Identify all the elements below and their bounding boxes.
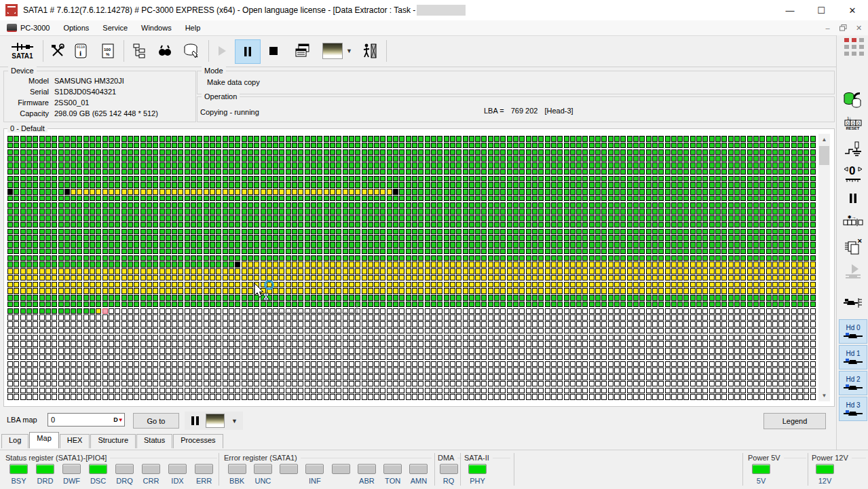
map-cell-read-ok[interactable] (20, 189, 26, 195)
map-cell-read-ok[interactable] (564, 209, 569, 215)
map-cell-unprocessed[interactable] (140, 341, 146, 347)
map-cell-read-ok[interactable] (785, 143, 790, 149)
map-cell-read-ok[interactable] (178, 302, 183, 308)
map-cell-read-ok[interactable] (500, 143, 506, 149)
map-cell-unprocessed[interactable] (178, 308, 183, 314)
map-cell-unprocessed[interactable] (595, 314, 601, 321)
map-cell-read-ok[interactable] (412, 196, 417, 202)
map-cell-unprocessed[interactable] (747, 348, 753, 354)
map-cell-read-ok[interactable] (570, 215, 575, 221)
map-cell-unprocessed[interactable] (488, 321, 493, 327)
scroll-down-button[interactable]: ▼ (818, 390, 830, 401)
map-cell-slow-read[interactable] (305, 189, 310, 195)
map-cell-slow-read[interactable] (324, 282, 329, 288)
map-cell-read-ok[interactable] (172, 162, 177, 168)
map-cell-read-ok[interactable] (330, 182, 335, 188)
map-cell-read-ok[interactable] (178, 295, 183, 301)
map-cell-read-ok[interactable] (797, 149, 803, 156)
map-cell-read-ok[interactable] (437, 196, 442, 202)
map-cell-read-ok[interactable] (564, 222, 569, 228)
map-cell-unprocessed[interactable] (804, 367, 809, 374)
map-cell-unprocessed[interactable] (349, 341, 354, 347)
map-cell-read-ok[interactable] (646, 302, 652, 308)
map-cell-read-ok[interactable] (254, 136, 259, 142)
map-cell-read-ok[interactable] (671, 302, 677, 308)
map-cell-unprocessed[interactable] (463, 348, 468, 354)
map-cell-slow-read[interactable] (191, 288, 196, 294)
map-cell-read-ok[interactable] (83, 249, 89, 255)
map-cell-unprocessed[interactable] (134, 341, 139, 347)
map-cell-unprocessed[interactable] (14, 394, 19, 400)
map-cell-read-ok[interactable] (166, 136, 171, 142)
map-cell-read-ok[interactable] (159, 222, 165, 228)
map-cell-slow-read[interactable] (380, 189, 385, 195)
map-cell-read-ok[interactable] (58, 229, 64, 235)
map-cell-read-ok[interactable] (96, 302, 101, 308)
map-cell-read-ok[interactable] (677, 222, 683, 228)
map-cell-unprocessed[interactable] (494, 394, 499, 400)
map-cell-unprocessed[interactable] (254, 308, 259, 314)
map-cell-unprocessed[interactable] (627, 361, 633, 367)
map-cell-read-ok[interactable] (456, 249, 461, 255)
map-cell-read-ok[interactable] (456, 202, 461, 209)
map-cell-unprocessed[interactable] (324, 381, 329, 387)
map-cell-read-ok[interactable] (456, 156, 461, 162)
map-cell-read-ok[interactable] (374, 196, 379, 202)
map-cell-slow-read[interactable] (601, 282, 607, 288)
map-cell-slow-read[interactable] (488, 261, 493, 268)
map-cell-read-ok[interactable] (90, 235, 95, 241)
map-cell-slow-read[interactable] (620, 282, 626, 288)
map-cell-read-ok[interactable] (305, 255, 310, 261)
map-cell-read-ok[interactable] (166, 162, 171, 168)
map-cell-read-ok[interactable] (785, 229, 790, 235)
map-cell-read-ok[interactable] (128, 235, 133, 241)
map-cell-read-ok[interactable] (305, 202, 310, 209)
map-cell-read-ok[interactable] (235, 182, 240, 188)
map-cell-slow-read[interactable] (71, 189, 76, 195)
map-cell-read-ok[interactable] (109, 215, 114, 221)
map-cell-unprocessed[interactable] (336, 394, 341, 400)
map-cell-read-ok[interactable] (702, 215, 708, 221)
map-cell-read-ok[interactable] (456, 143, 461, 149)
map-cell-read-ok[interactable] (166, 176, 171, 182)
map-cell-unprocessed[interactable] (7, 355, 13, 361)
map-cell-unprocessed[interactable] (159, 355, 165, 361)
map-cell-unprocessed[interactable] (728, 367, 734, 374)
map-cell-unprocessed[interactable] (343, 328, 348, 334)
map-cell-unprocessed[interactable] (166, 355, 171, 361)
map-cell-slow-read[interactable] (204, 189, 209, 195)
map-cell-read-ok[interactable] (159, 136, 165, 142)
map-cell-read-ok[interactable] (140, 143, 146, 149)
map-cell-read-ok[interactable] (652, 242, 658, 248)
map-cell-read-ok[interactable] (646, 196, 652, 202)
map-cell-unprocessed[interactable] (690, 348, 696, 354)
map-cell-read-ok[interactable] (317, 302, 322, 308)
map-cell-slow-read[interactable] (279, 268, 284, 274)
map-cell-unprocessed[interactable] (273, 394, 278, 400)
map-cell-unprocessed[interactable] (639, 381, 645, 387)
map-cell-read-ok[interactable] (538, 149, 544, 156)
map-cell-slow-read[interactable] (620, 261, 626, 268)
map-cell-read-ok[interactable] (778, 156, 784, 162)
map-cell-slow-read[interactable] (545, 275, 550, 281)
map-cell-slow-read[interactable] (311, 261, 316, 268)
map-cell-slow-read[interactable] (715, 268, 721, 274)
map-cell-read-ok[interactable] (102, 295, 108, 301)
map-cell-read-ok[interactable] (778, 196, 784, 202)
map-cell-unprocessed[interactable] (570, 308, 575, 314)
map-cell-unprocessed[interactable] (128, 321, 133, 327)
map-cell-read-ok[interactable] (797, 215, 803, 221)
map-cell-read-ok[interactable] (52, 202, 57, 209)
map-cell-unprocessed[interactable] (52, 388, 57, 394)
map-cell-slow-read[interactable] (96, 275, 101, 281)
map-cell-read-ok[interactable] (696, 295, 702, 301)
map-cell-unprocessed[interactable] (153, 314, 158, 321)
map-cell-unprocessed[interactable] (614, 394, 620, 400)
map-cell-read-ok[interactable] (172, 229, 177, 235)
map-cell-read-ok[interactable] (791, 302, 797, 308)
map-cell-read-ok[interactable] (702, 235, 708, 241)
map-cell-slow-read[interactable] (349, 282, 354, 288)
map-cell-read-ok[interactable] (90, 242, 95, 248)
map-cell-read-ok[interactable] (52, 149, 57, 156)
map-cell-read-ok[interactable] (791, 235, 797, 241)
